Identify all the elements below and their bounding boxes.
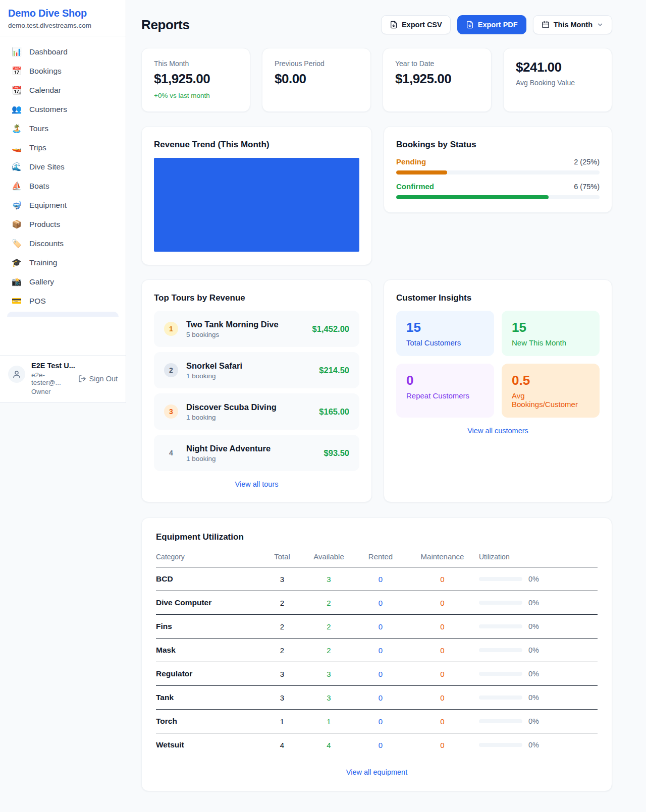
bookings-calendar-icon: 📅 <box>11 67 22 75</box>
utilization-bar <box>479 601 522 605</box>
tile-label: New This Month <box>512 338 589 347</box>
equipment-maintenance: 0 <box>406 646 479 655</box>
tour-row[interactable]: 4 Night Dive Adventure 1 booking $93.50 <box>154 435 359 471</box>
equipment-total: 2 <box>262 646 302 655</box>
sign-out-button[interactable]: Sign Out <box>78 375 118 383</box>
equipment-maintenance: 0 <box>406 575 479 584</box>
status-label: Pending <box>396 157 426 166</box>
sidebar-item-dashboard[interactable]: 📊 Dashboard <box>4 42 122 62</box>
equipment-rented: 0 <box>355 741 406 749</box>
sidebar-item-training[interactable]: 🎓 Training <box>4 253 122 272</box>
sidebar-item-bookings[interactable]: 📅 Bookings <box>4 62 122 81</box>
sidebar-item-label: Calendar <box>29 86 61 95</box>
tile-value: 0 <box>406 373 484 388</box>
sidebar-item-calendar[interactable]: 📆 Calendar <box>4 81 122 100</box>
status-count: 6 (75%) <box>574 183 600 191</box>
revenue-trend-title: Revenue Trend (This Month) <box>154 140 359 150</box>
sidebar-item-products[interactable]: 📦 Products <box>4 215 122 234</box>
sidebar-item-label: Boats <box>29 182 49 191</box>
col-total: Total <box>262 552 302 561</box>
sidebar-item-tours[interactable]: 🏝️ Tours <box>4 119 122 138</box>
stat-value: $241.00 <box>516 60 600 75</box>
equipment-maintenance: 0 <box>406 741 479 749</box>
revenue-trend-chart <box>154 158 359 252</box>
insight-tiles: 15 Total Customers 15 New This Month 0 R… <box>396 311 600 418</box>
brand-domain: demo.test.divestreams.com <box>8 22 118 29</box>
tour-row[interactable]: 2 Snorkel Safari 1 booking $214.50 <box>154 352 359 388</box>
period-dropdown[interactable]: This Month <box>533 15 612 34</box>
utilization-bar <box>479 577 522 581</box>
utilization-percent: 0% <box>528 599 539 607</box>
page-title: Reports <box>141 17 189 33</box>
equipment-category: Regulator <box>156 669 262 678</box>
rank-badge: 1 <box>164 322 178 336</box>
rank-badge: 3 <box>164 404 178 419</box>
equipment-maintenance: 0 <box>406 670 479 678</box>
user-panel: E2E Test U... e2e-tester@... Sign Out Ow… <box>0 355 126 402</box>
view-all-tours-link[interactable]: View all tours <box>235 480 279 488</box>
speedboat-icon: 🚤 <box>11 144 22 152</box>
equipment-total: 3 <box>262 575 302 584</box>
equipment-rented: 0 <box>355 717 406 726</box>
sidebar-item-trips[interactable]: 🚤 Trips <box>4 138 122 157</box>
equipment-category: Tank <box>156 693 262 702</box>
stat-label: Previous Period <box>275 60 358 68</box>
view-all-customers-link[interactable]: View all customers <box>467 427 528 435</box>
table-row: Fins 2 2 0 0 0% <box>156 615 598 639</box>
export-csv-button[interactable]: Export CSV <box>381 15 451 34</box>
utilization-percent: 0% <box>528 741 539 749</box>
view-all-equipment-link[interactable]: View all equipment <box>346 768 407 776</box>
utilization-percent: 0% <box>528 717 539 725</box>
sidebar-item-customers[interactable]: 👥 Customers <box>4 100 122 119</box>
sidebar-item-reports-clipped[interactable] <box>7 312 119 317</box>
col-available: Available <box>302 552 355 561</box>
brand-name: Demo Dive Shop <box>8 8 118 19</box>
diving-mask-icon: 🤿 <box>11 201 22 209</box>
sidebar-item-equipment[interactable]: 🤿 Equipment <box>4 196 122 215</box>
user-info: E2E Test U... e2e-tester@... Sign Out Ow… <box>31 362 118 395</box>
equipment-total: 2 <box>262 599 302 607</box>
tile-new-this-month: 15 New This Month <box>502 311 600 356</box>
sidebar-item-boats[interactable]: ⛵ Boats <box>4 177 122 196</box>
equipment-category: Wetsuit <box>156 740 262 749</box>
stat-label: Avg Booking Value <box>516 79 600 87</box>
equipment-available: 2 <box>302 622 355 631</box>
tour-amount: $214.50 <box>319 366 349 375</box>
progress-track <box>396 170 600 175</box>
tile-repeat-customers: 0 Repeat Customers <box>396 364 494 418</box>
table-row: Regulator 3 3 0 0 0% <box>156 662 598 686</box>
tour-list: 1 Two Tank Morning Dive 5 bookings $1,45… <box>154 311 359 471</box>
sidebar-item-discounts[interactable]: 🏷️ Discounts <box>4 234 122 253</box>
tour-row[interactable]: 3 Discover Scuba Diving 1 booking $165.0… <box>154 393 359 430</box>
tour-amount: $165.00 <box>319 407 349 417</box>
customers-icon: 👥 <box>11 105 22 113</box>
table-row: Dive Computer 2 2 0 0 0% <box>156 591 598 615</box>
sidebar-item-label: Dashboard <box>29 47 68 56</box>
sidebar-item-dive-sites[interactable]: 🌊 Dive Sites <box>4 157 122 177</box>
equipment-available: 3 <box>302 693 355 702</box>
revenue-trend-card: Revenue Trend (This Month) <box>141 126 372 265</box>
sidebar-item-pos[interactable]: 💳 POS <box>4 292 122 311</box>
stats-row: This Month $1,925.00 +0% vs last month P… <box>141 48 612 112</box>
status-label: Confirmed <box>396 182 434 191</box>
equipment-available: 2 <box>302 646 355 655</box>
sidebar-item-gallery[interactable]: 📸 Gallery <box>4 272 122 292</box>
page-header: Reports Export CSV Export PDF This Month <box>141 15 612 34</box>
tile-value: 15 <box>512 320 589 335</box>
table-row: Torch 1 1 0 0 0% <box>156 710 598 733</box>
table-row: Tank 3 3 0 0 0% <box>156 686 598 710</box>
sidebar-item-label: Discounts <box>29 239 64 248</box>
stat-label: Year to Date <box>395 60 479 68</box>
calendar-icon <box>542 21 550 29</box>
tour-bookings: 5 bookings <box>186 331 279 338</box>
equipment-category: BCD <box>156 574 262 584</box>
tour-row[interactable]: 1 Two Tank Morning Dive 5 bookings $1,45… <box>154 311 359 347</box>
equipment-total: 2 <box>262 622 302 631</box>
sidebar-item-label: Dive Sites <box>29 162 65 171</box>
table-row: Mask 2 2 0 0 0% <box>156 639 598 662</box>
tile-value: 0.5 <box>512 373 589 388</box>
col-maintenance: Maintenance <box>406 552 479 561</box>
stat-card-avg-booking-value: $241.00 Avg Booking Value <box>503 48 612 112</box>
export-pdf-button[interactable]: Export PDF <box>457 15 526 34</box>
utilization-percent: 0% <box>528 670 539 678</box>
